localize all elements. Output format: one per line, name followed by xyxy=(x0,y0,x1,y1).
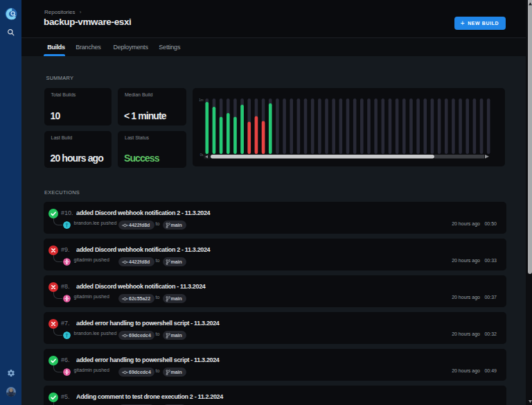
svg-text:0s: 0s xyxy=(200,153,204,157)
svg-text:1m: 1m xyxy=(199,98,204,102)
